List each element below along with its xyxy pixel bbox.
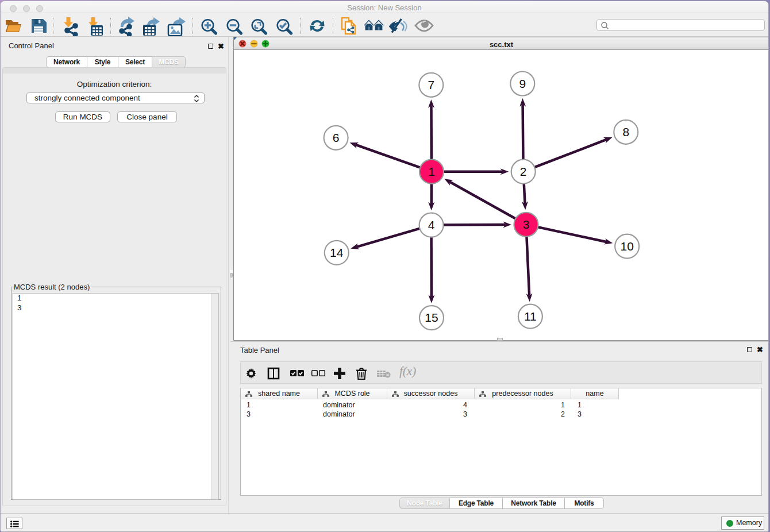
svg-text:9: 9 <box>519 76 526 90</box>
svg-text:1: 1 <box>428 164 435 178</box>
svg-text:7: 7 <box>428 78 434 91</box>
svg-text:15: 15 <box>425 311 438 324</box>
svg-text:3: 3 <box>522 217 529 230</box>
svg-text:14: 14 <box>330 245 344 259</box>
svg-text:4: 4 <box>428 218 434 231</box>
svg-text:6: 6 <box>332 130 339 144</box>
svg-text:8: 8 <box>622 125 629 138</box>
svg-text:10: 10 <box>620 239 633 252</box>
svg-text:11: 11 <box>523 309 536 322</box>
svg-text:2: 2 <box>519 164 526 178</box>
